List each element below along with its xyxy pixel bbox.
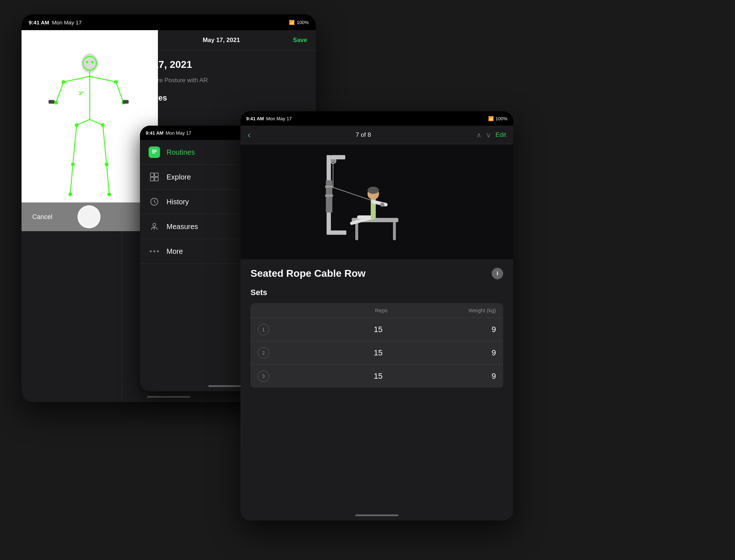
explore-icon	[149, 171, 160, 183]
svg-rect-27	[48, 100, 55, 103]
status-day-front: Mon May 17	[266, 116, 292, 121]
routines-icon	[149, 146, 160, 158]
ar-figure: 3°	[22, 30, 158, 231]
exercise-title: Seated Rope Cable Row	[251, 268, 366, 279]
status-icons-front: 📶 100%	[488, 116, 507, 121]
svg-line-7	[56, 82, 64, 102]
main-nav-title: May 17, 2021	[203, 37, 240, 44]
exercise-image-area	[240, 144, 513, 259]
status-time-front: 9:41 AM	[246, 116, 264, 121]
svg-point-2	[86, 61, 88, 63]
status-day-mid: Mon May 17	[165, 130, 191, 136]
sets-label: Sets	[251, 288, 503, 297]
set-weight-2[interactable]: 9	[383, 348, 496, 358]
col-weight: Weight (kg)	[388, 307, 496, 313]
set-reps-3[interactable]: 15	[269, 372, 383, 381]
set-reps-2[interactable]: 15	[269, 348, 383, 358]
front-ipad: 9:41 AM Mon May 17 📶 100% ‹ 7 of 8 ∧ ∨ E…	[240, 111, 513, 521]
menu-label-routines: Routines	[167, 148, 195, 157]
battery-icon: 100%	[297, 20, 309, 25]
set-weight-3[interactable]: 9	[383, 372, 496, 381]
info-button[interactable]: i	[492, 268, 503, 279]
status-time-mid: 9:41 AM	[146, 130, 163, 136]
svg-line-13	[70, 164, 73, 194]
svg-rect-46	[331, 159, 335, 162]
svg-point-40	[150, 251, 152, 252]
svg-point-24	[69, 192, 72, 196]
svg-point-17	[114, 80, 118, 84]
exercise-nav: ‹ 7 of 8 ∧ ∨ Edit	[240, 126, 513, 144]
status-time-back: 9:41 AM	[29, 19, 49, 25]
edit-button[interactable]: Edit	[496, 131, 506, 139]
svg-point-42	[157, 251, 159, 252]
wifi-icon: 📶	[488, 116, 494, 121]
set-row-1: 1 15 9	[251, 318, 503, 341]
svg-rect-30	[152, 151, 157, 152]
menu-label-history: History	[167, 198, 189, 206]
set-weight-1[interactable]: 9	[383, 325, 496, 334]
measures-icon	[149, 221, 160, 232]
svg-line-12	[73, 125, 76, 164]
svg-point-3	[91, 61, 93, 63]
set-num-3: 3	[258, 370, 269, 382]
menu-label-explore: Explore	[167, 173, 191, 181]
svg-rect-35	[155, 177, 158, 181]
svg-point-16	[62, 80, 65, 84]
svg-point-21	[101, 123, 104, 127]
set-row-2: 2 15 9	[251, 341, 503, 365]
exercise-counter: 7 of 8	[356, 131, 371, 139]
cancel-button[interactable]: Cancel	[32, 213, 52, 221]
svg-point-41	[154, 251, 155, 252]
svg-point-23	[105, 163, 108, 166]
svg-line-14	[103, 125, 107, 164]
svg-rect-33	[155, 173, 158, 177]
nav-arrows: ∧ ∨ Edit	[476, 131, 506, 139]
svg-point-60	[380, 202, 384, 207]
status-day-back: Mon May 17	[52, 19, 82, 25]
back-button[interactable]: ‹	[248, 130, 251, 140]
shutter-button[interactable]	[78, 205, 100, 228]
set-row-3: 3 15 9	[251, 365, 503, 388]
save-button[interactable]: Save	[293, 37, 307, 44]
home-indicator-back	[147, 396, 190, 398]
svg-rect-63	[325, 195, 333, 197]
svg-rect-34	[150, 177, 154, 181]
svg-point-18	[54, 101, 58, 104]
svg-rect-51	[355, 222, 358, 240]
exercise-details: Seated Rope Cable Row i Sets Reps Weight…	[240, 259, 513, 396]
svg-line-5	[64, 76, 90, 82]
svg-rect-28	[123, 100, 129, 103]
battery-icon: 100%	[496, 116, 507, 121]
menu-label-more: More	[167, 247, 183, 256]
col-num	[258, 307, 279, 313]
svg-line-8	[116, 82, 123, 102]
svg-rect-29	[152, 150, 157, 150]
sets-table: Reps Weight (kg) 1 15 9 2 15 9 3 15 9	[251, 303, 503, 388]
menu-label-measures: Measures	[167, 223, 198, 231]
wifi-icon: 📶	[289, 20, 295, 25]
svg-point-22	[71, 163, 75, 166]
ar-camera-overlay: 3° Cancel	[22, 30, 158, 231]
col-reps: Reps	[279, 307, 388, 313]
svg-point-25	[107, 192, 111, 196]
set-num-1: 1	[258, 324, 269, 335]
set-reps-1[interactable]: 15	[269, 325, 383, 334]
svg-rect-62	[325, 186, 333, 188]
svg-line-15	[107, 164, 109, 194]
svg-line-10	[76, 120, 90, 125]
ar-skeleton-svg: 3°	[43, 45, 136, 217]
more-icon	[149, 246, 160, 257]
svg-rect-32	[150, 173, 154, 177]
history-icon	[149, 196, 160, 207]
status-icons-back: 📶 100%	[289, 20, 309, 25]
svg-point-37	[153, 223, 156, 226]
svg-line-11	[90, 120, 103, 125]
status-bar-back: 9:41 AM Mon May 17 📶 100%	[22, 14, 316, 30]
next-arrow-button[interactable]: ∨	[486, 131, 491, 139]
svg-rect-52	[393, 222, 396, 240]
ar-cancel-bar: Cancel	[22, 202, 158, 231]
svg-line-6	[90, 76, 116, 82]
svg-text:3°: 3°	[79, 90, 84, 96]
prev-arrow-button[interactable]: ∧	[476, 131, 482, 139]
svg-point-59	[368, 187, 379, 194]
